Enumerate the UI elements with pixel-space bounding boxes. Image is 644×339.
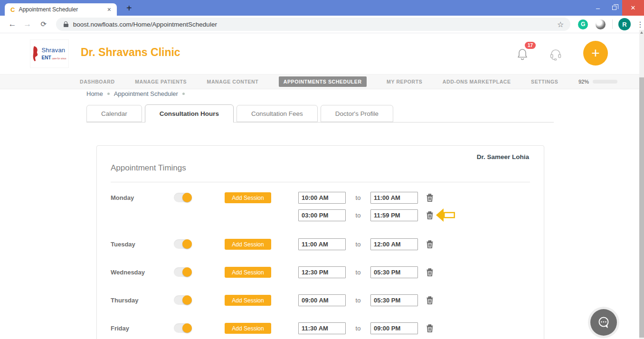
session-start-input[interactable]	[298, 238, 346, 250]
session-row: to	[298, 294, 433, 306]
scroll-up-arrow-icon[interactable]	[640, 31, 643, 34]
delete-session-icon[interactable]	[426, 324, 433, 332]
tab-consultation-fees[interactable]: Consultation Fees	[237, 105, 318, 122]
to-label: to	[346, 297, 370, 304]
sessions: to	[298, 322, 433, 334]
day-row: Monday Add Session to t	[111, 192, 530, 222]
browser-toolbar: ← → ⟳ boost.nowfloats.com/Home/Appointme…	[0, 16, 644, 33]
day-label: Monday	[111, 192, 174, 204]
nav-item-my-reports[interactable]: MY REPORTS	[387, 79, 422, 85]
day-toggle[interactable]	[174, 267, 192, 277]
browser-menu-icon[interactable]: ⋮	[636, 20, 644, 29]
notification-badge: 17	[525, 42, 536, 49]
window-restore-button[interactable]	[606, 0, 622, 16]
session-end-input[interactable]	[370, 322, 418, 334]
session-end-input[interactable]	[370, 238, 418, 250]
logo-tagline: care for sinus	[52, 57, 66, 60]
toggle-knob	[182, 193, 192, 202]
chat-widget-button[interactable]	[590, 309, 617, 336]
reload-button[interactable]: ⟳	[38, 20, 49, 28]
breadcrumb-separator	[182, 93, 185, 95]
day-label: Thursday	[111, 294, 174, 306]
session-start-input[interactable]	[298, 322, 346, 334]
day-row: Thursday Add Session to	[111, 294, 530, 306]
clinic-logo[interactable]: Shravan ENTcare for sinus	[30, 40, 68, 67]
grammarly-extension-icon[interactable]: G	[578, 19, 588, 29]
session-end-input[interactable]	[370, 266, 418, 278]
annotation-arrow-icon	[436, 208, 455, 222]
progress-bar	[593, 80, 617, 84]
scrollbar-thumb[interactable]	[639, 77, 644, 338]
main-navigation: DASHBOARD MANAGE PATIENTS MANAGE CONTENT…	[0, 74, 644, 89]
delete-session-icon[interactable]	[426, 194, 433, 202]
lock-icon	[64, 21, 68, 27]
add-session-button[interactable]: Add Session	[225, 239, 271, 250]
session-row: to	[298, 192, 455, 204]
progress-label: 92%	[578, 79, 589, 85]
chat-icon	[597, 315, 611, 330]
new-tab-button[interactable]: +	[123, 2, 136, 15]
panel-divider	[111, 182, 530, 182]
page-title: Dr. Shravans Clinic	[81, 46, 180, 59]
tab-consultation-hours[interactable]: Consultation Hours	[145, 104, 234, 122]
profile-avatar[interactable]: R	[618, 18, 631, 30]
bookmark-star-icon[interactable]: ☆	[557, 20, 564, 29]
breadcrumb: Home Appointment Scheduler	[86, 90, 189, 97]
breadcrumb-appointment-scheduler[interactable]: Appointment Scheduler	[114, 90, 178, 97]
add-session-button[interactable]: Add Session	[225, 192, 271, 203]
browser-tab[interactable]: C Appointment Scheduler ×	[5, 3, 117, 16]
nav-item-settings[interactable]: SETTINGS	[531, 79, 558, 85]
day-toggle[interactable]	[174, 323, 192, 333]
nav-item-addons-marketplace[interactable]: ADD-ONS MARKETPLACE	[443, 79, 511, 85]
add-session-button[interactable]: Add Session	[225, 267, 271, 278]
delete-session-icon[interactable]	[426, 240, 433, 248]
forward-button: →	[22, 19, 33, 29]
doctor-name: Dr. Sameer Lohia	[477, 153, 529, 160]
session-end-input[interactable]	[370, 209, 418, 221]
breadcrumb-home[interactable]: Home	[86, 90, 103, 97]
window-minimize-button[interactable]: –	[590, 0, 606, 16]
notifications-button[interactable]: 17	[517, 48, 529, 61]
delete-session-icon[interactable]	[426, 268, 433, 276]
sessions: to	[298, 266, 433, 278]
session-row: to	[298, 208, 455, 222]
logo-sub: ENT	[41, 55, 51, 60]
window-close-button[interactable]: ✕	[622, 0, 644, 16]
day-row: Tuesday Add Session to	[111, 238, 530, 250]
delete-session-icon[interactable]	[426, 296, 433, 304]
nav-item-dashboard[interactable]: DASHBOARD	[80, 79, 115, 85]
tab-close-icon[interactable]: ×	[105, 6, 113, 13]
day-row: Friday Add Session to	[111, 322, 530, 334]
to-label: to	[346, 325, 370, 332]
tab-calendar[interactable]: Calendar	[86, 105, 142, 122]
add-button[interactable]: +	[583, 41, 608, 66]
nav-item-manage-content[interactable]: MANAGE CONTENT	[207, 79, 259, 85]
add-session-button[interactable]: Add Session	[225, 323, 271, 334]
back-button[interactable]: ←	[7, 19, 18, 29]
session-row: to	[298, 238, 433, 250]
add-session-button[interactable]: Add Session	[225, 295, 271, 306]
session-start-input[interactable]	[298, 192, 346, 204]
session-start-input[interactable]	[298, 209, 346, 221]
section-tabs: Calendar Consultation Hours Consultation…	[86, 105, 393, 122]
restore-icon	[612, 6, 616, 10]
support-button[interactable]	[549, 48, 562, 63]
tab-doctors-profile[interactable]: Doctor's Profile	[321, 105, 393, 122]
day-toggle[interactable]	[174, 239, 192, 249]
session-end-input[interactable]	[370, 294, 418, 306]
sessions: to	[298, 294, 433, 306]
session-end-input[interactable]	[370, 192, 418, 204]
session-start-input[interactable]	[298, 266, 346, 278]
day-toggle[interactable]	[174, 295, 192, 305]
extension-icon[interactable]	[596, 19, 606, 29]
nav-item-appointments-scheduler[interactable]: APPOINTMENTS SCHEDULER	[279, 76, 367, 87]
breadcrumb-separator	[107, 93, 110, 95]
address-bar[interactable]: boost.nowfloats.com/Home/AppointmentSche…	[56, 18, 571, 31]
delete-session-icon[interactable]	[426, 211, 433, 219]
session-start-input[interactable]	[298, 294, 346, 306]
day-toggle[interactable]	[174, 193, 192, 202]
nav-item-manage-patients[interactable]: MANAGE PATIENTS	[135, 79, 187, 85]
url-text[interactable]: boost.nowfloats.com/Home/AppointmentSche…	[73, 21, 557, 28]
toolbar-divider	[612, 19, 613, 29]
page-scrollbar[interactable]	[639, 30, 644, 339]
